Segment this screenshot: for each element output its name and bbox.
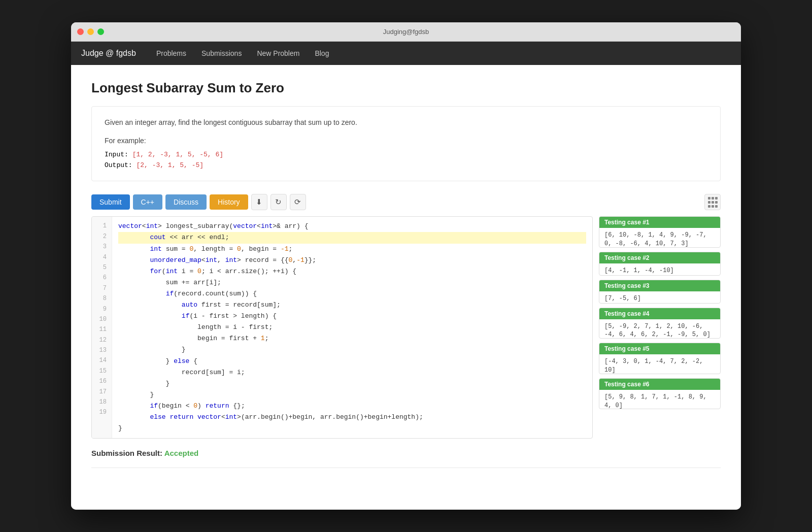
test-case-6: Testing case #6 [5, 9, 8, 1, 7, 1, -1, 8… [599,378,721,410]
minimize-button[interactable] [87,28,94,35]
test-case-1-header: Testing case #1 [599,217,720,228]
nav-brand: Judge @ fgdsb [81,49,136,58]
navbar: Judge @ fgdsb Problems Submissions New P… [71,42,741,65]
divider [91,468,721,468]
nav-blog[interactable]: Blog [315,49,329,57]
code-line-4: unordered_map<int, int> record = {{0,-1}… [118,255,586,266]
code-lines: 1 2 3 4 5 6 7 8 9 10 11 12 13 14 [92,217,592,438]
test-case-2: Testing case #2 [4, -1, 1, -4, -10] [599,252,721,276]
output-label: Output: [105,161,132,169]
submission-result: Submission Result: Accepted [91,449,721,457]
submission-result-label: Submission Result: [91,449,162,457]
refresh-icon-btn[interactable]: ↻ [270,194,287,210]
problem-title: Longest Subarray Sum to Zero [91,80,721,96]
output-example: Output: [2, -3, 1, 5, -5] [105,160,707,171]
content-area: Longest Subarray Sum to Zero Given an in… [71,65,741,510]
problem-desc-text: Given an integer array, find the longest… [105,117,707,128]
code-line-14: record[sum] = i; [118,367,586,378]
close-button[interactable] [77,28,84,35]
nav-submissions[interactable]: Submissions [201,49,242,57]
code-line-2: cout << arr << endl; [118,232,586,243]
test-case-5-header: Testing case #5 [599,343,720,354]
test-case-4-body: [5, -9, 2, 7, 1, 2, 10, -6, -4, 6, 4, 6,… [599,319,720,339]
input-label: Input: [105,151,128,158]
layout-icon-btn[interactable] [704,194,721,210]
test-case-5: Testing case #5 [-4, 3, 0, 1, -4, 7, 2, … [599,343,721,374]
code-line-19: } [118,423,586,434]
input-example: Input: [1, 2, -3, 1, 5, -5, 6] [105,150,707,160]
maximize-button[interactable] [97,28,104,35]
input-value: [1, 2, -3, 1, 5, -5, 6] [132,151,223,158]
layout-icon [708,197,718,208]
test-case-3-body: [7, -5, 6] [599,291,720,304]
code-line-17: if(begin < 0) return {}; [118,401,586,412]
output-value: [2, -3, 1, 5, -5] [136,161,204,169]
code-line-16: } [118,389,586,401]
code-line-3: int sum = 0, length = 0, begin = -1; [118,244,586,255]
code-line-8: auto first = record[sum]; [118,300,586,311]
history-button[interactable]: History [210,194,248,210]
code-line-13: } else { [118,356,586,367]
test-case-2-body: [4, -1, 1, -4, -10] [599,263,720,276]
test-case-4-header: Testing case #4 [599,308,720,319]
code-line-5: for(int i = 0; i < arr.size(); ++i) { [118,266,586,277]
code-area: 1 2 3 4 5 6 7 8 9 10 11 12 13 14 [91,216,721,439]
test-case-1-body: [6, 10, -8, 1, 4, 9, -9, -7, 0, -8, -6, … [599,228,720,248]
code-content: vector<int> longest_subarray(vector<int>… [112,217,592,438]
code-line-7: if(record.count(sum)) { [118,288,586,300]
submit-button[interactable]: Submit [91,194,130,210]
test-case-3-header: Testing case #3 [599,280,720,291]
test-case-6-body: [5, 9, 8, 1, 7, 1, -1, 8, 9, 4, 0] [599,390,720,410]
code-line-6: sum += arr[i]; [118,277,586,288]
download-icon-btn[interactable]: ⬇ [251,194,267,210]
discuss-button[interactable]: Discuss [165,194,207,210]
line-numbers: 1 2 3 4 5 6 7 8 9 10 11 12 13 14 [92,217,112,438]
code-toolbar: Submit C++ Discuss History ⬇ ↻ ⟳ [91,194,721,210]
example-label: For example: [105,135,707,146]
traffic-lights [77,28,104,35]
submission-result-value: Accepted [164,449,199,457]
test-case-4: Testing case #4 [5, -9, 2, 7, 1, 2, 10, … [599,308,721,339]
title-bar: Judging@fgdsb [71,22,741,42]
nav-new-problem[interactable]: New Problem [257,49,299,57]
problem-description: Given an integer array, find the longest… [91,106,721,181]
code-line-1: vector<int> longest_subarray(vector<int>… [118,221,586,232]
test-case-2-header: Testing case #2 [599,252,720,263]
code-line-10: length = i - first; [118,322,586,333]
reset-icon-btn[interactable]: ⟳ [290,194,306,210]
nav-problems[interactable]: Problems [156,49,186,57]
test-case-1: Testing case #1 [6, 10, -8, 1, 4, 9, -9,… [599,216,721,248]
code-line-15: } [118,378,586,389]
test-cases-panel: Testing case #1 [6, 10, -8, 1, 4, 9, -9,… [599,216,721,409]
code-line-12: } [118,344,586,355]
test-case-5-body: [-4, 3, 0, 1, -4, 7, 2, -2, 10] [599,354,720,374]
test-case-3: Testing case #3 [7, -5, 6] [599,280,721,304]
code-line-9: if(i - first > length) { [118,311,586,322]
test-case-6-header: Testing case #6 [599,379,720,390]
code-line-18: else return vector<int>(arr.begin()+begi… [118,412,586,423]
cpp-button[interactable]: C++ [133,194,162,210]
code-editor[interactable]: 1 2 3 4 5 6 7 8 9 10 11 12 13 14 [91,216,593,439]
code-line-11: begin = first + 1; [118,333,586,344]
window-title: Judging@fgdsb [383,28,429,36]
